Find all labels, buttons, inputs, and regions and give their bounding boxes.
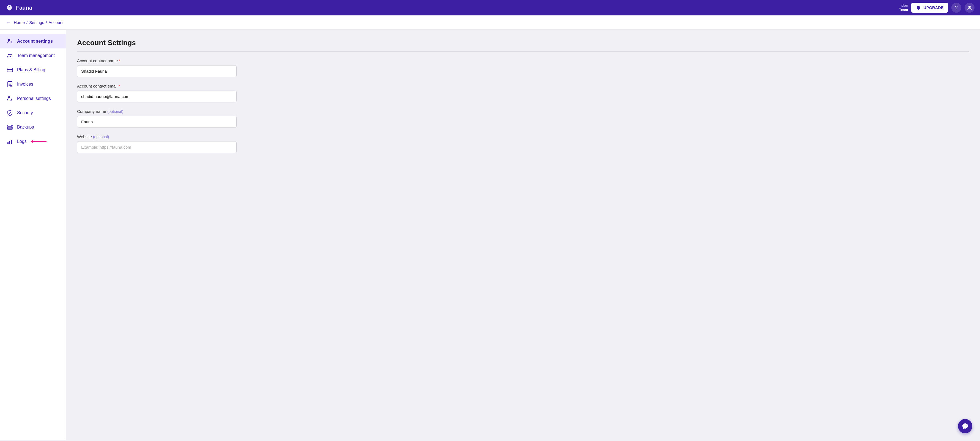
sidebar-item-logs[interactable]: Logs bbox=[0, 134, 66, 149]
brand-name: Fauna bbox=[16, 5, 32, 11]
svg-point-10 bbox=[8, 96, 10, 98]
breadcrumb-current: Account bbox=[49, 20, 64, 25]
svg-rect-6 bbox=[7, 69, 13, 70]
sidebar-label-account-settings: Account settings bbox=[17, 39, 53, 44]
svg-rect-17 bbox=[8, 142, 8, 144]
website-optional: (optional) bbox=[93, 135, 109, 139]
svg-point-1 bbox=[8, 39, 10, 41]
fauna-bird-logo bbox=[5, 4, 13, 11]
document-icon: $ bbox=[7, 81, 13, 87]
contact-name-label-text: Account contact name bbox=[77, 58, 118, 63]
company-name-label-text: Company name bbox=[77, 109, 106, 114]
company-name-label: Company name (optional) bbox=[77, 109, 237, 114]
svg-point-16 bbox=[11, 127, 12, 127]
credit-card-icon bbox=[7, 67, 13, 72]
chat-bubble-icon bbox=[962, 423, 969, 430]
sidebar-item-invoices[interactable]: $ Invoices bbox=[0, 77, 66, 91]
user-icon bbox=[967, 5, 972, 10]
svg-rect-19 bbox=[11, 140, 12, 144]
sidebar-label-backups: Backups bbox=[17, 125, 34, 130]
breadcrumb-sep-1: / bbox=[26, 20, 27, 25]
account-settings-icon bbox=[6, 38, 13, 45]
person-gear-icon bbox=[7, 96, 13, 102]
chart-icon bbox=[7, 139, 13, 145]
nav-right: plan Team UPGRADE ? bbox=[899, 3, 975, 13]
page-title: Account Settings bbox=[77, 38, 969, 52]
svg-point-3 bbox=[8, 54, 10, 55]
contact-name-group: Account contact name * bbox=[77, 58, 237, 77]
website-label: Website (optional) bbox=[77, 134, 237, 139]
svg-point-22 bbox=[966, 425, 967, 426]
brand: Fauna bbox=[5, 4, 896, 11]
contact-name-input[interactable] bbox=[77, 65, 237, 77]
company-name-optional: (optional) bbox=[107, 109, 123, 114]
security-icon bbox=[6, 110, 13, 116]
backups-icon bbox=[6, 124, 13, 131]
svg-rect-18 bbox=[9, 141, 10, 144]
svg-point-20 bbox=[964, 425, 964, 426]
website-input[interactable] bbox=[77, 141, 237, 153]
sidebar-label-team-management: Team management bbox=[17, 53, 55, 58]
contact-email-input[interactable] bbox=[77, 91, 237, 102]
svg-point-21 bbox=[965, 425, 966, 426]
shield-icon bbox=[7, 110, 13, 116]
breadcrumb-sep-2: / bbox=[46, 20, 47, 25]
svg-point-0 bbox=[969, 6, 970, 8]
upgrade-bird-icon bbox=[916, 5, 921, 10]
sidebar-label-plans-billing: Plans & Billing bbox=[17, 67, 45, 72]
help-nav-button[interactable]: ? bbox=[951, 3, 961, 13]
contact-name-required: * bbox=[119, 59, 120, 63]
backup-icon bbox=[7, 124, 13, 130]
svg-point-15 bbox=[11, 125, 12, 126]
breadcrumb-bar: ← Home / Settings / Account bbox=[0, 16, 980, 30]
sidebar: Account settings Team management Pla bbox=[0, 30, 66, 440]
plan-value-text: Team bbox=[899, 8, 908, 12]
sidebar-label-personal-settings: Personal settings bbox=[17, 96, 51, 101]
svg-rect-14 bbox=[8, 128, 13, 129]
contact-email-label-text: Account contact email bbox=[77, 84, 118, 88]
help-chat-bubble[interactable] bbox=[958, 419, 972, 433]
logs-arrow-indicator bbox=[33, 141, 46, 142]
top-nav: Fauna plan Team UPGRADE ? bbox=[0, 0, 980, 16]
back-button[interactable]: ← bbox=[5, 19, 11, 25]
contact-name-label: Account contact name * bbox=[77, 58, 237, 63]
contact-email-group: Account contact email * bbox=[77, 84, 237, 102]
website-group: Website (optional) bbox=[77, 134, 237, 153]
team-icon bbox=[7, 53, 13, 59]
website-label-text: Website bbox=[77, 134, 92, 139]
company-name-group: Company name (optional) bbox=[77, 109, 237, 128]
upgrade-label: UPGRADE bbox=[923, 5, 944, 10]
sidebar-item-account-settings[interactable]: Account settings bbox=[0, 34, 66, 48]
sidebar-label-security: Security bbox=[17, 110, 33, 115]
sidebar-item-backups[interactable]: Backups bbox=[0, 120, 66, 134]
logs-icon bbox=[6, 138, 13, 145]
upgrade-button[interactable]: UPGRADE bbox=[911, 3, 948, 13]
sidebar-item-plans-billing[interactable]: Plans & Billing bbox=[0, 63, 66, 77]
main-content: Account Settings Account contact name * … bbox=[66, 30, 980, 440]
invoices-icon: $ bbox=[6, 81, 13, 88]
plan-label-text: plan bbox=[899, 3, 908, 8]
page-layout: Account settings Team management Pla bbox=[0, 30, 980, 440]
team-management-icon bbox=[6, 52, 13, 59]
sidebar-item-security[interactable]: Security bbox=[0, 106, 66, 120]
breadcrumb-settings[interactable]: Settings bbox=[29, 20, 44, 25]
sidebar-item-personal-settings[interactable]: Personal settings bbox=[0, 91, 66, 106]
account-settings-form: Account contact name * Account contact e… bbox=[77, 58, 237, 153]
breadcrumb: Home / Settings / Account bbox=[14, 20, 64, 25]
personal-settings-icon bbox=[6, 95, 13, 102]
contact-email-label: Account contact email * bbox=[77, 84, 237, 88]
sidebar-label-invoices: Invoices bbox=[17, 82, 33, 87]
plan-info: plan Team bbox=[899, 3, 908, 12]
breadcrumb-home[interactable]: Home bbox=[14, 20, 25, 25]
svg-text:$: $ bbox=[11, 86, 11, 87]
company-name-input[interactable] bbox=[77, 116, 237, 128]
sidebar-label-logs: Logs bbox=[17, 139, 27, 144]
contact-email-required: * bbox=[119, 84, 120, 88]
sidebar-item-team-management[interactable]: Team management bbox=[0, 48, 66, 63]
people-gear-icon bbox=[7, 38, 13, 44]
svg-point-4 bbox=[10, 54, 12, 55]
user-nav-button[interactable] bbox=[965, 3, 975, 13]
plans-billing-icon bbox=[6, 67, 13, 73]
